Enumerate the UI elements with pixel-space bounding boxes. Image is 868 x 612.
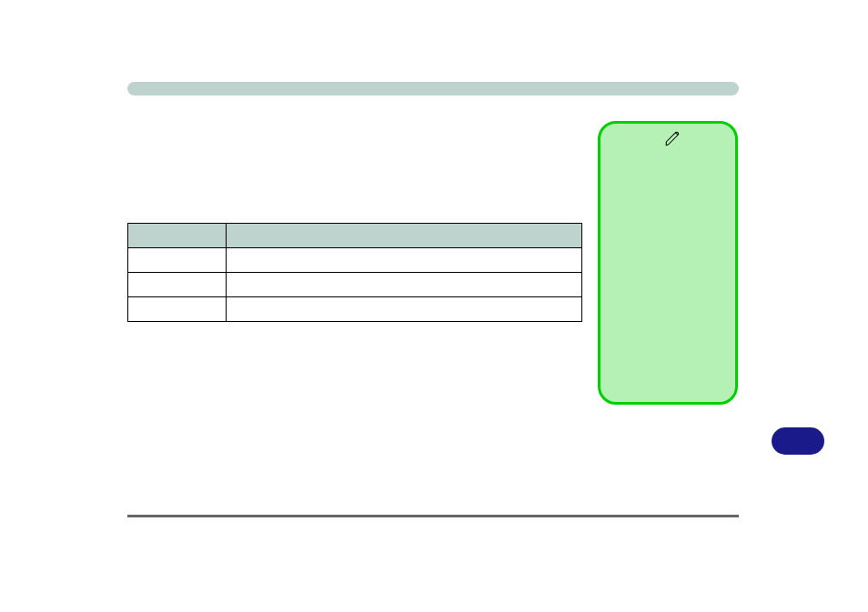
table-cell — [128, 297, 227, 322]
table-header-cell — [226, 224, 581, 248]
table-row — [128, 297, 582, 322]
action-button[interactable] — [772, 427, 824, 455]
divider — [127, 515, 739, 517]
table-cell — [128, 248, 227, 273]
editable-note-box[interactable] — [598, 121, 738, 405]
header-bar — [127, 82, 739, 95]
table-header-row — [128, 224, 582, 248]
data-table — [127, 223, 582, 322]
table-header-cell — [128, 224, 227, 248]
table-cell — [226, 273, 581, 297]
table-cell — [128, 273, 227, 297]
table-cell — [226, 297, 581, 322]
table-row — [128, 248, 582, 273]
table-cell — [226, 248, 581, 273]
pen-icon — [664, 131, 681, 147]
table-row — [128, 273, 582, 297]
